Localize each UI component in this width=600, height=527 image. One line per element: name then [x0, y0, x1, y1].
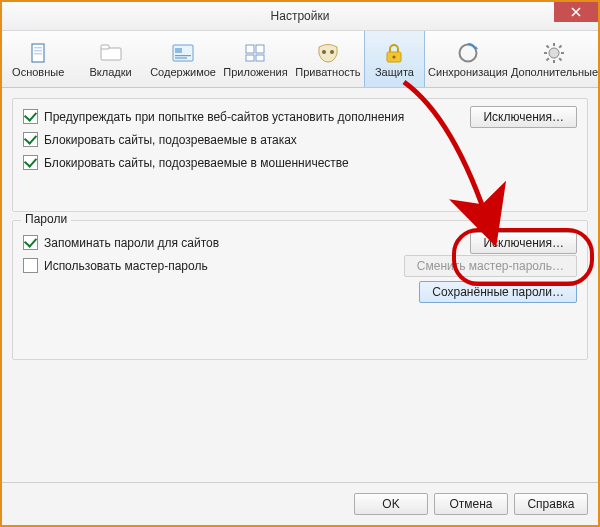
tab-label: Вкладки — [90, 67, 132, 78]
tab-label: Приложения — [223, 67, 287, 78]
tab-advanced[interactable]: Дополнительные — [511, 31, 598, 87]
label-block-attack: Блокировать сайты, подозреваемые в атака… — [44, 133, 297, 147]
tab-label: Синхронизация — [428, 67, 508, 78]
label-remember-passwords: Запоминать пароли для сайтов — [44, 236, 219, 250]
tab-content[interactable]: Содержимое — [147, 31, 219, 87]
gear-icon — [542, 41, 566, 65]
dialog-buttons: OK Отмена Справка — [2, 482, 598, 525]
svg-rect-7 — [101, 45, 109, 49]
svg-rect-5 — [34, 53, 42, 54]
window-title: Настройки — [271, 9, 330, 23]
svg-rect-4 — [34, 50, 42, 51]
checkbox-remember-passwords[interactable] — [23, 235, 38, 250]
tab-sync[interactable]: Синхронизация — [425, 31, 511, 87]
saved-passwords-button[interactable]: Сохранённые пароли… — [419, 281, 577, 303]
group-legend: Пароли — [21, 212, 71, 226]
svg-rect-15 — [256, 55, 264, 61]
svg-line-29 — [560, 45, 562, 47]
svg-line-28 — [560, 58, 562, 60]
settings-window: Настройки Основные Вкладки Содерж — [0, 0, 600, 527]
tab-security[interactable]: Защита — [364, 31, 425, 87]
svg-point-19 — [393, 55, 396, 58]
svg-point-17 — [330, 50, 334, 54]
help-button[interactable]: Справка — [514, 493, 588, 515]
group-passwords: Пароли Запоминать пароли для сайтов Искл… — [12, 220, 588, 360]
mask-icon — [316, 41, 340, 65]
checkbox-master-password[interactable] — [23, 258, 38, 273]
label-warn-addons: Предупреждать при попытке веб-сайтов уст… — [44, 110, 404, 124]
tab-privacy[interactable]: Приватность — [292, 31, 364, 87]
svg-rect-14 — [246, 55, 254, 61]
group-security: Предупреждать при попытке веб-сайтов уст… — [12, 98, 588, 212]
tab-label: Защита — [375, 67, 414, 78]
close-icon — [571, 7, 581, 17]
checkbox-block-attack[interactable] — [23, 132, 38, 147]
tab-label: Приватность — [295, 67, 360, 78]
ok-button[interactable]: OK — [354, 493, 428, 515]
tab-tabs[interactable]: Вкладки — [74, 31, 146, 87]
checkbox-block-fraud[interactable] — [23, 155, 38, 170]
svg-line-27 — [547, 45, 549, 47]
content-area: Предупреждать при попытке веб-сайтов уст… — [2, 88, 598, 482]
lock-icon — [382, 41, 406, 65]
svg-rect-6 — [101, 48, 121, 60]
tab-label: Дополнительные — [511, 67, 598, 78]
checkbox-warn-addons[interactable] — [23, 109, 38, 124]
change-master-button: Сменить мастер-пароль… — [404, 255, 577, 277]
label-master-password: Использовать мастер-пароль — [44, 259, 208, 273]
content-icon — [171, 41, 195, 65]
category-toolbar: Основные Вкладки Содержимое Приложения П — [2, 31, 598, 88]
svg-rect-3 — [34, 47, 42, 48]
label-block-fraud: Блокировать сайты, подозреваемые в мошен… — [44, 156, 349, 170]
tab-general[interactable]: Основные — [2, 31, 74, 87]
svg-rect-13 — [256, 45, 264, 53]
tab-applications[interactable]: Приложения — [219, 31, 291, 87]
passwords-exceptions-button[interactable]: Исключения… — [470, 232, 577, 254]
svg-rect-11 — [175, 57, 187, 58]
svg-rect-12 — [246, 45, 254, 53]
tab-label: Основные — [12, 67, 64, 78]
folder-icon — [99, 41, 123, 65]
page-icon — [26, 41, 50, 65]
svg-rect-10 — [175, 55, 191, 56]
svg-marker-21 — [475, 46, 478, 49]
tab-label: Содержимое — [150, 67, 216, 78]
applications-icon — [243, 41, 267, 65]
exceptions-button[interactable]: Исключения… — [470, 106, 577, 128]
svg-point-16 — [322, 50, 326, 54]
svg-line-30 — [547, 58, 549, 60]
sync-icon — [456, 41, 480, 65]
svg-rect-9 — [175, 48, 182, 53]
svg-point-22 — [549, 48, 559, 58]
close-button[interactable] — [554, 2, 598, 22]
titlebar: Настройки — [2, 2, 598, 31]
cancel-button[interactable]: Отмена — [434, 493, 508, 515]
